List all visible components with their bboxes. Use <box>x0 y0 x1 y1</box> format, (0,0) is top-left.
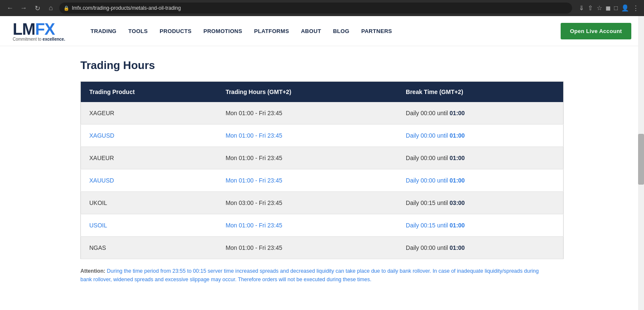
window-icon[interactable]: □ <box>614 4 618 12</box>
browser-actions: ⇓ ⇧ ☆ ◼ □ 👤 ⋮ <box>579 4 639 12</box>
nav-about[interactable]: ABOUT <box>301 28 321 34</box>
cell-product: USOIL <box>81 214 217 237</box>
table-body: XAGEUR Mon 01:00 - Fri 23:45 Daily 00:00… <box>81 102 564 259</box>
nav-platforms[interactable]: PLATFORMS <box>254 28 289 34</box>
page-title: Trading Hours <box>80 59 564 72</box>
logo-lm: LM <box>13 20 35 39</box>
cell-product: XAGEUR <box>81 102 217 125</box>
logo-fx: FX <box>35 20 55 39</box>
logo-tagline: Commitment to excellence. <box>13 37 65 42</box>
table-row: XAGUSD Mon 01:00 - Fri 23:45 Daily 00:00… <box>81 125 564 147</box>
cell-product: XAUEUR <box>81 147 217 169</box>
cell-break: Daily 00:00 until 01:00 <box>397 237 563 259</box>
cell-hours: Mon 01:00 - Fri 23:45 <box>217 214 397 237</box>
attention-note: Attention: During the time period from 2… <box>80 267 550 284</box>
table-row: XAUUSD Mon 01:00 - Fri 23:45 Daily 00:00… <box>81 169 564 192</box>
attention-body: During the time period from 23:55 to 00:… <box>80 268 539 282</box>
back-button[interactable]: ← <box>5 3 15 13</box>
cell-product: XAGUSD <box>81 125 217 147</box>
cell-break: Daily 00:00 until 01:00 <box>397 147 563 169</box>
cell-break: Daily 00:00 until 01:00 <box>397 125 563 147</box>
home-button[interactable]: ⌂ <box>46 3 56 13</box>
scrollbar-track[interactable] <box>638 16 644 301</box>
cell-break: Daily 00:15 until 03:00 <box>397 192 563 214</box>
nav-blog[interactable]: BLOG <box>333 28 350 34</box>
cell-break: Daily 00:15 until 01:00 <box>397 214 563 237</box>
cell-product: XAUUSD <box>81 169 217 192</box>
col-header-hours: Trading Hours (GMT+2) <box>217 82 397 102</box>
table-row: XAUEUR Mon 01:00 - Fri 23:45 Daily 00:00… <box>81 147 564 169</box>
main-nav: TRADING TOOLS PRODUCTS PROMOTIONS PLATFO… <box>91 28 392 34</box>
download-icon[interactable]: ⇓ <box>579 4 584 12</box>
table-row: USOIL Mon 01:00 - Fri 23:45 Daily 00:15 … <box>81 214 564 237</box>
cell-hours: Mon 01:00 - Fri 23:45 <box>217 147 397 169</box>
table-header: Trading Product Trading Hours (GMT+2) Br… <box>81 82 564 102</box>
col-header-break: Break Time (GMT+2) <box>397 82 563 102</box>
table-row: UKOIL Mon 03:00 - Fri 23:45 Daily 00:15 … <box>81 192 564 214</box>
cell-product: NGAS <box>81 237 217 259</box>
table-row: XAGEUR Mon 01:00 - Fri 23:45 Daily 00:00… <box>81 102 564 125</box>
cell-break: Daily 00:00 until 01:00 <box>397 102 563 125</box>
profile-icon[interactable]: 👤 <box>621 4 629 12</box>
nav-trading[interactable]: TRADING <box>91 28 116 34</box>
main-content: Trading Hours Trading Product Trading Ho… <box>0 46 644 301</box>
nav-promotions[interactable]: PROMOTIONS <box>204 28 242 34</box>
scrollbar-thumb[interactable] <box>638 134 644 185</box>
address-bar[interactable]: 🔒 lmfx.com/trading-products/metals-and-o… <box>59 3 572 14</box>
cell-hours: Mon 01:00 - Fri 23:45 <box>217 125 397 147</box>
cell-product: UKOIL <box>81 192 217 214</box>
bookmark-icon[interactable]: ☆ <box>597 4 602 12</box>
url-text: lmfx.com/trading-products/metals-and-oil… <box>72 5 181 11</box>
cell-hours: Mon 01:00 - Fri 23:45 <box>217 102 397 125</box>
cell-hours: Mon 03:00 - Fri 23:45 <box>217 192 397 214</box>
page-wrapper: LM FX Commitment to excellence. TRADING … <box>0 16 644 301</box>
cell-hours: Mon 01:00 - Fri 23:45 <box>217 237 397 259</box>
logo-area[interactable]: LM FX Commitment to excellence. <box>13 20 65 42</box>
open-live-account-button[interactable]: Open Live Account <box>561 23 631 39</box>
table-row: NGAS Mon 01:00 - Fri 23:45 Daily 00:00 u… <box>81 237 564 259</box>
attention-label: Attention: <box>80 268 105 274</box>
trading-hours-table: Trading Product Trading Hours (GMT+2) Br… <box>80 81 564 259</box>
col-header-product: Trading Product <box>81 82 217 102</box>
reload-button[interactable]: ↻ <box>32 3 42 13</box>
nav-tools[interactable]: TOOLS <box>128 28 148 34</box>
browser-chrome: ← → ↻ ⌂ 🔒 lmfx.com/trading-products/meta… <box>0 0 644 16</box>
cell-hours: Mon 01:00 - Fri 23:45 <box>217 169 397 192</box>
extension-icon[interactable]: ◼ <box>605 4 611 12</box>
menu-icon[interactable]: ⋮ <box>633 4 639 12</box>
cell-break: Daily 00:00 until 01:00 <box>397 169 563 192</box>
nav-products[interactable]: PRODUCTS <box>160 28 191 34</box>
site-header: LM FX Commitment to excellence. TRADING … <box>0 16 644 46</box>
forward-button[interactable]: → <box>19 3 29 13</box>
share-icon[interactable]: ⇧ <box>588 4 593 12</box>
lock-icon: 🔒 <box>63 6 69 11</box>
nav-partners[interactable]: PARTNERS <box>361 28 392 34</box>
